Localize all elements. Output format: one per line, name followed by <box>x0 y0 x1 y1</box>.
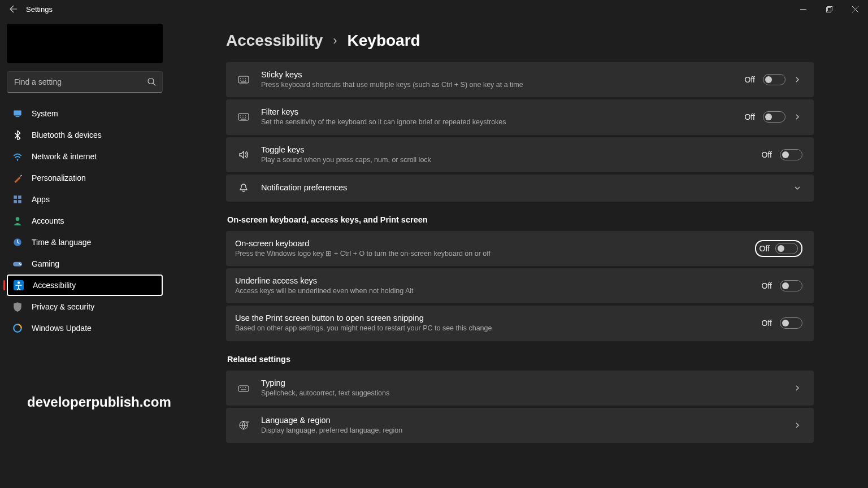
svg-rect-4 <box>16 116 20 117</box>
setting-title: Sticky keys <box>261 70 734 79</box>
minimize-button[interactable] <box>790 0 816 18</box>
sidebar-item-system[interactable]: System <box>7 103 163 124</box>
toggle-state-label: Off <box>760 244 770 253</box>
svg-point-16 <box>18 281 20 284</box>
svg-point-2 <box>148 79 154 84</box>
watermark: developerpublish.com <box>27 394 171 410</box>
keyboard-typing-icon <box>237 382 250 394</box>
sidebar-item-accounts[interactable]: Accounts <box>7 210 163 232</box>
toggle-switch[interactable] <box>780 149 802 160</box>
main-content: Accessibility › Keyboard Sticky keysPres… <box>170 18 868 488</box>
maximize-button[interactable] <box>816 0 842 18</box>
keyboard-icon <box>237 111 250 123</box>
sidebar-item-label: Privacy & security <box>32 302 94 311</box>
person-arms-icon <box>14 280 24 290</box>
chevron-down-icon <box>793 184 802 192</box>
setting-title: On-screen keyboard <box>235 239 755 248</box>
grid-icon <box>12 194 23 204</box>
sidebar-item-label: Accessibility <box>33 281 76 290</box>
brush-icon <box>12 173 23 183</box>
setting-title: Notification preferences <box>261 183 782 192</box>
monitor-icon <box>12 108 23 119</box>
toggle-state-label: Off <box>762 150 772 159</box>
toggle-focus-ring: Off <box>755 240 802 257</box>
gamepad-icon <box>12 259 23 269</box>
sidebar-item-privacy-security[interactable]: Privacy & security <box>7 296 163 317</box>
setting-row-filter-keys[interactable]: Filter keysSet the sensitivity of the ke… <box>226 99 814 134</box>
toggle-switch[interactable] <box>763 74 785 85</box>
search-icon <box>147 78 156 86</box>
sidebar-item-apps[interactable]: Apps <box>7 189 163 210</box>
setting-title: Language & region <box>261 416 782 425</box>
toggle-switch[interactable] <box>780 317 802 329</box>
setting-desc: Press keyboard shortcuts that use multip… <box>261 80 734 89</box>
svg-rect-9 <box>18 200 21 203</box>
user-card[interactable] <box>7 24 163 63</box>
setting-desc: Based on other app settings, you might n… <box>235 324 762 333</box>
sidebar-item-gaming[interactable]: Gaming <box>7 253 163 274</box>
toggle-state-label: Off <box>745 112 755 121</box>
sidebar-item-personalization[interactable]: Personalization <box>7 167 163 189</box>
sidebar-item-windows-update[interactable]: Windows Update <box>7 317 163 339</box>
svg-point-13 <box>19 263 20 264</box>
setting-row-sticky-keys[interactable]: Sticky keysPress keyboard shortcuts that… <box>226 62 814 97</box>
chevron-right-icon <box>793 384 802 392</box>
setting-desc: Set the sensitivity of the keyboard so i… <box>261 117 734 127</box>
sidebar-item-label: Accounts <box>32 216 64 225</box>
setting-row-notification-preferences[interactable]: Notification preferences <box>226 175 814 202</box>
setting-row-on-screen-keyboard[interactable]: On-screen keyboardPress the Windows logo… <box>226 231 814 266</box>
sidebar-item-label: Windows Update <box>32 324 92 333</box>
window-controls <box>790 0 868 18</box>
sidebar-item-label: System <box>32 109 58 118</box>
related-row-language-region[interactable]: 字Language & regionDisplay language, pref… <box>226 408 814 443</box>
back-arrow-icon <box>9 5 18 14</box>
related-row-typing[interactable]: TypingSpellcheck, autocorrect, text sugg… <box>226 371 814 406</box>
wifi-icon <box>12 151 23 162</box>
sidebar-item-label: Apps <box>32 195 50 204</box>
back-button[interactable] <box>5 5 23 14</box>
svg-rect-6 <box>14 195 17 199</box>
bluetooth-icon <box>12 130 23 140</box>
setting-title: Filter keys <box>261 107 734 116</box>
setting-title: Typing <box>261 378 782 387</box>
sidebar-item-label: Gaming <box>32 259 59 268</box>
svg-rect-0 <box>826 7 831 12</box>
close-button[interactable] <box>842 0 868 18</box>
setting-row-underline-access-keys[interactable]: Underline access keysAccess keys will be… <box>226 268 814 303</box>
sidebar-item-network-internet[interactable]: Network & internet <box>7 146 163 167</box>
close-icon <box>852 6 858 12</box>
toggle-switch[interactable] <box>780 280 802 291</box>
chevron-right-icon <box>793 113 802 121</box>
svg-point-10 <box>16 217 20 221</box>
search-input[interactable] <box>7 71 163 93</box>
toggle-state-label: Off <box>745 75 755 84</box>
shield-icon <box>12 302 23 312</box>
svg-point-5 <box>17 160 18 161</box>
setting-title: Use the Print screen button to open scre… <box>235 313 762 323</box>
person-icon <box>12 216 23 226</box>
setting-row-toggle-keys[interactable]: Toggle keysPlay a sound when you press c… <box>226 137 814 172</box>
sidebar-item-label: Bluetooth & devices <box>32 130 102 140</box>
toggle-state-label: Off <box>762 281 772 290</box>
sidebar-item-accessibility[interactable]: Accessibility <box>7 274 163 296</box>
setting-title: Underline access keys <box>235 276 762 285</box>
toggle-switch[interactable] <box>775 243 798 254</box>
setting-row-use-the-print-screen-button-to-open-screen-snipping[interactable]: Use the Print screen button to open scre… <box>226 306 814 341</box>
toggle-switch[interactable] <box>763 111 785 123</box>
chevron-right-icon: › <box>333 33 337 48</box>
sidebar-item-time-language[interactable]: Time & language <box>7 232 163 253</box>
clock-icon <box>12 237 23 247</box>
sidebar-item-bluetooth-devices[interactable]: Bluetooth & devices <box>7 124 163 146</box>
setting-desc: Play a sound when you press caps, num, o… <box>261 155 750 164</box>
toggle-state-label: Off <box>762 319 772 328</box>
setting-desc: Display language, preferred language, re… <box>261 426 782 435</box>
sidebar-item-label: Time & language <box>32 238 91 247</box>
setting-desc: Spellcheck, autocorrect, text suggestion… <box>261 389 782 398</box>
chevron-right-icon <box>793 421 802 429</box>
page-title: Keyboard <box>348 32 420 50</box>
breadcrumb-parent[interactable]: Accessibility <box>226 32 323 50</box>
breadcrumb: Accessibility › Keyboard <box>226 32 814 50</box>
globe-lang-icon: 字 <box>237 420 250 431</box>
minimize-icon <box>800 6 806 12</box>
svg-rect-3 <box>14 110 21 115</box>
